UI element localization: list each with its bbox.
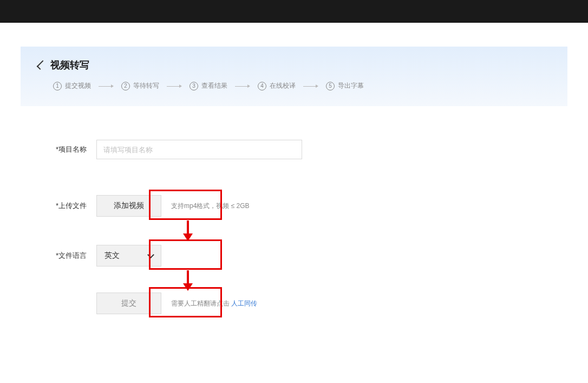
- step-2: 2 等待转写: [121, 81, 159, 90]
- step-label: 导出字幕: [338, 81, 364, 90]
- label-upload: *上传文件: [56, 201, 96, 211]
- step-label: 等待转写: [133, 81, 159, 90]
- chevron-down-icon: [147, 251, 154, 258]
- step-num: 1: [53, 82, 62, 90]
- step-3: 3 查看结果: [190, 81, 227, 90]
- step-arrow-icon: [99, 84, 114, 88]
- submit-hint: 需要人工精翻请点击 人工同传: [171, 299, 257, 308]
- step-4: 4 在线校译: [258, 81, 296, 90]
- submit-button[interactable]: 提交: [96, 293, 161, 314]
- label-project-name: *项目名称: [56, 145, 96, 154]
- submit-hint-prefix: 需要人工精翻请点击: [171, 300, 230, 307]
- title-row: 视频转写: [39, 59, 549, 72]
- language-select-value: 英文: [104, 251, 148, 261]
- project-name-input[interactable]: [96, 140, 302, 159]
- step-arrow-icon: [235, 84, 250, 88]
- step-5: 5 导出字幕: [326, 81, 364, 90]
- annotation-arrow-icon: [181, 269, 194, 293]
- step-num: 4: [258, 82, 266, 90]
- label-language: *文件语言: [56, 251, 96, 261]
- step-1: 1 提交视频: [53, 81, 91, 90]
- add-video-button-label: 添加视频: [114, 201, 144, 211]
- row-submit: 提交 需要人工精翻请点击 人工同传: [56, 293, 567, 314]
- step-arrow-icon: [167, 84, 182, 88]
- step-num: 2: [121, 82, 130, 90]
- manual-translation-link[interactable]: 人工同传: [231, 300, 257, 307]
- submit-button-label: 提交: [121, 298, 136, 308]
- annotation-arrow-icon: [181, 219, 194, 243]
- content: 视频转写 1 提交视频 2 等待转写 3 查看结果 4 在线校译: [0, 23, 588, 314]
- language-select[interactable]: 英文: [96, 245, 161, 267]
- row-upload: *上传文件 添加视频 支持mp4格式，视频 ≤ 2GB: [56, 195, 567, 217]
- step-label: 提交视频: [65, 81, 91, 90]
- step-label: 查看结果: [201, 81, 227, 90]
- header-block: 视频转写 1 提交视频 2 等待转写 3 查看结果 4 在线校译: [21, 47, 567, 106]
- back-icon[interactable]: [37, 60, 47, 70]
- row-project-name: *项目名称: [56, 140, 567, 159]
- top-bar: [0, 0, 588, 23]
- step-arrow-icon: [303, 84, 318, 88]
- row-language: *文件语言 英文: [56, 245, 567, 267]
- step-num: 3: [190, 82, 198, 90]
- steps: 1 提交视频 2 等待转写 3 查看结果 4 在线校译 5 导出字幕: [53, 81, 549, 90]
- upload-hint: 支持mp4格式，视频 ≤ 2GB: [171, 202, 250, 211]
- step-label: 在线校译: [270, 81, 296, 90]
- add-video-button[interactable]: 添加视频: [96, 195, 161, 217]
- page-title: 视频转写: [50, 59, 89, 72]
- form: *项目名称 *上传文件 添加视频 支持mp4格式，视频 ≤ 2GB *文件语言 …: [21, 106, 567, 314]
- step-num: 5: [326, 82, 335, 90]
